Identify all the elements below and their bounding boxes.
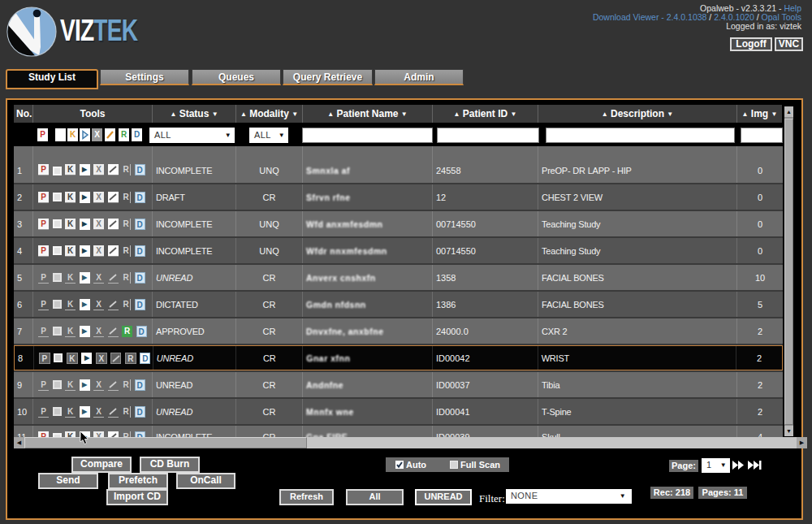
svg-text:VIZTEK: VIZTEK bbox=[60, 13, 138, 47]
